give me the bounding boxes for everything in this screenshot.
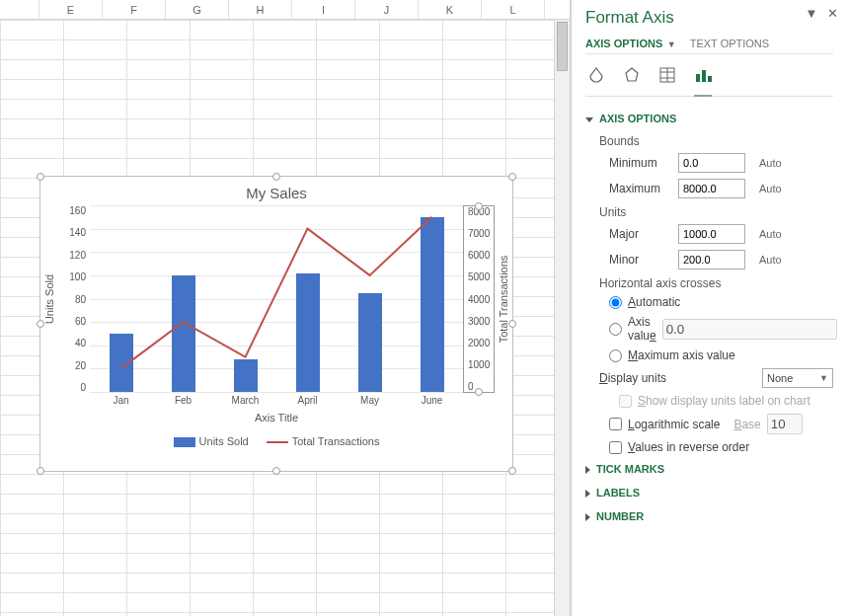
hac-max-radio[interactable] <box>609 349 622 362</box>
svg-rect-6 <box>702 70 706 82</box>
fill-line-icon[interactable] <box>585 64 607 86</box>
scrollbar-thumb[interactable] <box>557 22 568 71</box>
col-header[interactable]: L <box>482 0 545 19</box>
x-axis-title[interactable]: Axis Title <box>40 406 512 429</box>
resize-handle[interactable] <box>272 173 280 181</box>
pane-tabs: AXIS OPTIONS ▼ TEXT OPTIONS <box>585 38 833 54</box>
column-headers: E F G H I J K L <box>0 0 570 20</box>
auto-button[interactable]: Auto <box>759 228 782 240</box>
line-swatch-icon <box>267 441 288 443</box>
major-input[interactable] <box>678 224 745 244</box>
y1-axis-ticks[interactable]: 160140120100806040200 <box>58 205 90 393</box>
minor-label: Minor <box>609 253 670 267</box>
resize-handle[interactable] <box>37 467 44 475</box>
log-base-label: Base <box>733 418 760 431</box>
hac-axis-value-label: Axis value <box>628 315 656 343</box>
resize-handle[interactable] <box>508 467 516 475</box>
spreadsheet-area[interactable]: E F G H I J K L My Sales Units Sold <box>0 0 571 616</box>
bar-swatch-icon <box>174 437 195 447</box>
auto-button[interactable]: Auto <box>759 254 782 266</box>
reverse-order-label: Values in reverse order <box>628 440 749 454</box>
chevron-down-icon: ▼ <box>819 373 828 383</box>
hac-max-label: Maximum axis value <box>628 348 735 362</box>
hac-axis-value-radio[interactable] <box>609 323 622 336</box>
display-units-label: Display units <box>599 371 688 385</box>
section-axis-options[interactable]: AXIS OPTIONS <box>585 107 833 130</box>
show-du-label-checkbox <box>619 395 632 408</box>
pane-controls: ▼ ✕ <box>806 6 842 21</box>
logarithmic-checkbox[interactable] <box>609 418 622 430</box>
x-axis-ticks[interactable]: JanFebMarchAprilMayJune <box>90 393 463 406</box>
legend-item-line[interactable]: Total Transactions <box>267 435 380 447</box>
pane-title: Format Axis <box>585 8 833 28</box>
reverse-order-checkbox[interactable] <box>609 441 622 454</box>
auto-button[interactable]: Auto <box>759 183 782 194</box>
dropdown-icon[interactable]: ▼ <box>806 6 821 21</box>
size-properties-icon[interactable] <box>656 64 678 86</box>
col-header[interactable]: G <box>166 0 229 19</box>
auto-button[interactable]: Auto <box>759 157 782 169</box>
col-header[interactable]: E <box>39 0 103 19</box>
resize-handle[interactable] <box>37 173 44 181</box>
y2-axis-title[interactable]: Total Transactions <box>495 205 512 393</box>
y2-axis-ticks-selected[interactable]: 800070006000500040003000200010000 <box>463 205 495 393</box>
format-axis-pane: ▼ ✕ Format Axis AXIS OPTIONS ▼ TEXT OPTI… <box>571 0 847 616</box>
show-du-label-text: Show display units label on chart <box>638 394 810 408</box>
minimum-input[interactable] <box>678 153 745 173</box>
section-tick-marks[interactable]: TICK MARKS <box>585 457 833 481</box>
embedded-chart[interactable]: My Sales Units Sold 16014012010080604020… <box>39 176 513 472</box>
axis-options-icon[interactable] <box>692 64 714 86</box>
hac-axis-value-input <box>662 319 837 340</box>
col-header-blank[interactable] <box>0 0 39 19</box>
option-category-icons <box>585 64 833 97</box>
tab-axis-options[interactable]: AXIS OPTIONS ▼ <box>585 38 676 49</box>
svg-marker-0 <box>626 68 638 81</box>
chevron-down-icon: ▼ <box>664 39 675 49</box>
col-header[interactable]: K <box>419 0 482 19</box>
minor-input[interactable] <box>678 250 745 270</box>
legend-item-bars[interactable]: Units Sold <box>174 435 249 447</box>
logarithmic-label: Logarithmic scale <box>628 418 720 431</box>
bounds-label: Bounds <box>585 130 833 150</box>
svg-rect-7 <box>708 76 712 82</box>
maximum-label: Maximum <box>609 182 670 195</box>
major-label: Major <box>609 227 670 241</box>
minimum-label: Minimum <box>609 156 670 170</box>
units-label: Units <box>585 201 833 221</box>
hac-automatic-label: Automatic <box>628 295 680 309</box>
section-labels[interactable]: LABELS <box>585 481 833 504</box>
chart-legend[interactable]: Units Sold Total Transactions <box>40 429 512 447</box>
hac-label: Horizontal axis crosses <box>585 272 833 292</box>
resize-handle[interactable] <box>508 173 516 181</box>
maximum-input[interactable] <box>678 179 745 198</box>
resize-handle[interactable] <box>272 467 280 475</box>
chart-title[interactable]: My Sales <box>40 177 512 205</box>
display-units-select[interactable]: None▼ <box>762 368 833 388</box>
y1-axis-title[interactable]: Units Sold <box>40 205 58 393</box>
col-header[interactable]: F <box>103 0 166 19</box>
plot-area[interactable] <box>90 205 463 393</box>
col-header[interactable]: I <box>292 0 355 19</box>
col-header[interactable]: J <box>355 0 419 19</box>
log-base-input <box>767 414 803 434</box>
tab-text-options[interactable]: TEXT OPTIONS <box>690 38 769 49</box>
section-number[interactable]: NUMBER <box>585 504 833 528</box>
effects-icon[interactable] <box>621 64 643 86</box>
hac-automatic-radio[interactable] <box>609 296 622 309</box>
svg-rect-5 <box>696 74 700 82</box>
close-icon[interactable]: ✕ <box>827 6 841 21</box>
col-header[interactable]: H <box>229 0 292 19</box>
vertical-scrollbar[interactable] <box>554 20 570 616</box>
